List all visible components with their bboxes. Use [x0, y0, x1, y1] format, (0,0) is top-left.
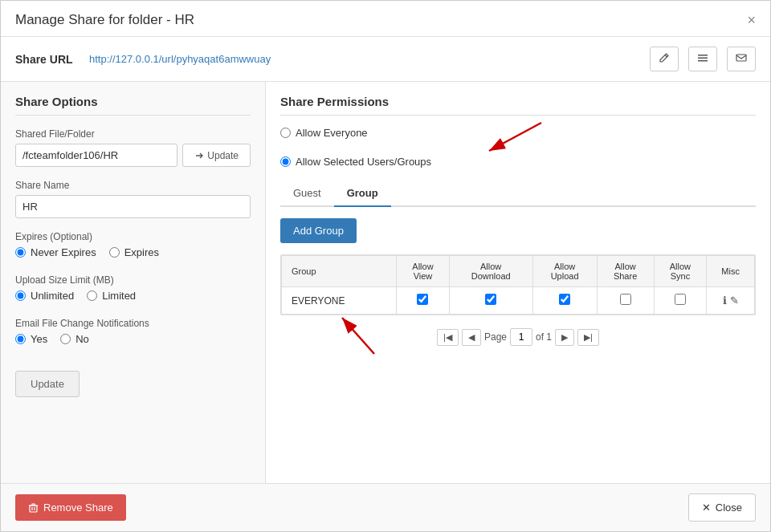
first-page-button[interactable]: |◀: [437, 329, 459, 346]
share-url-bar: Share URL http://127.0.0.1/url/pyhyaqat6…: [1, 37, 770, 82]
pagination: |◀ ◀ Page of 1 ▶ ▶|: [280, 328, 756, 346]
upload-size-label: Upload Size Limit (MB): [15, 274, 251, 286]
share-permissions-title: Share Permissions: [280, 95, 756, 116]
group-name-cell: EVERYONE: [282, 287, 397, 315]
share-name-input[interactable]: [15, 195, 251, 218]
shared-file-folder-input[interactable]: [15, 144, 177, 167]
col-allow-share: AllowShare: [597, 256, 654, 287]
svg-rect-2: [698, 60, 708, 62]
permissions-table: Group AllowView AllowDownload AllowUploa…: [281, 255, 755, 315]
last-page-button[interactable]: ▶|: [577, 329, 599, 346]
shared-file-folder-group: Shared File/Folder Update: [15, 128, 251, 167]
col-misc: Misc: [707, 256, 755, 287]
close-modal-button[interactable]: ✕ Close: [688, 493, 756, 522]
never-expires-radio-label[interactable]: Never Expires: [15, 246, 96, 258]
allow-download-checkbox[interactable]: [485, 294, 496, 305]
allow-view-checkbox[interactable]: [417, 294, 428, 305]
email-notify-group: Email File Change Notifications Yes No: [15, 318, 251, 348]
share-options-title: Share Options: [15, 95, 251, 116]
expires-label2: Expires: [124, 246, 159, 258]
no-radio[interactable]: [60, 334, 71, 344]
allow-view-cell[interactable]: [397, 287, 450, 315]
unlimited-label: Unlimited: [31, 290, 74, 302]
of-label: of 1: [536, 331, 552, 343]
expires-label: Expires (Optional): [15, 231, 251, 242]
col-allow-sync: AllowSync: [654, 256, 707, 287]
table-row: EVERYONE: [282, 287, 755, 315]
allow-share-cell[interactable]: [597, 287, 654, 315]
svg-rect-3: [736, 55, 746, 61]
modal-footer: Remove Share ✕ Close: [1, 483, 770, 531]
manage-share-modal: Manage Share for folder - HR × Share URL…: [0, 0, 771, 532]
col-group: Group: [282, 256, 397, 287]
unlimited-radio[interactable]: [15, 290, 26, 301]
allow-sync-checkbox[interactable]: [675, 294, 686, 305]
svg-rect-0: [698, 55, 708, 56]
permissions-tabs: Guest Group: [280, 181, 756, 207]
allow-upload-cell[interactable]: [532, 287, 597, 315]
left-update-button[interactable]: Update: [15, 371, 80, 397]
unlimited-radio-label[interactable]: Unlimited: [15, 290, 74, 302]
email-url-button[interactable]: [727, 47, 756, 71]
allow-share-checkbox[interactable]: [620, 294, 631, 305]
left-panel: Share Options Shared File/Folder Update …: [1, 82, 266, 483]
yes-radio-label[interactable]: Yes: [15, 333, 47, 345]
allow-everyone-radio-label[interactable]: Allow Everyone: [280, 127, 431, 139]
no-label: No: [75, 333, 89, 345]
remove-share-button[interactable]: Remove Share: [15, 494, 126, 521]
permissions-table-wrapper: Group AllowView AllowDownload AllowUploa…: [280, 254, 756, 315]
red-arrow-1: [465, 119, 545, 163]
no-radio-label[interactable]: No: [60, 333, 89, 345]
prev-page-button[interactable]: ◀: [462, 329, 481, 346]
modal-body: Share Options Shared File/Folder Update …: [1, 82, 770, 483]
modal-close-button[interactable]: ×: [747, 13, 756, 27]
trash-icon: [28, 502, 39, 513]
col-allow-view: AllowView: [397, 256, 450, 287]
yes-radio[interactable]: [15, 334, 26, 344]
share-name-label: Share Name: [15, 180, 251, 191]
svg-rect-6: [30, 506, 37, 512]
permissions-radio-group: Allow Everyone Allow Selected Users/Grou…: [280, 127, 756, 171]
limited-label: Limited: [102, 290, 136, 302]
add-group-button[interactable]: Add Group: [280, 218, 357, 243]
misc-info-button[interactable]: ℹ: [723, 294, 727, 307]
allow-upload-checkbox[interactable]: [559, 294, 570, 305]
never-expires-label: Never Expires: [31, 246, 96, 258]
misc-cell: ℹ ✎: [707, 287, 755, 315]
allow-sync-cell[interactable]: [654, 287, 707, 315]
edit-url-button[interactable]: [650, 47, 679, 71]
modal-header: Manage Share for folder - HR ×: [1, 1, 770, 37]
tab-guest[interactable]: Guest: [280, 181, 334, 207]
tab-group[interactable]: Group: [334, 181, 391, 207]
limited-radio-label[interactable]: Limited: [87, 290, 136, 302]
expires-group: Expires (Optional) Never Expires Expires: [15, 231, 251, 262]
list-url-button[interactable]: [688, 47, 717, 71]
shared-file-update-button[interactable]: Update: [182, 144, 251, 167]
upload-size-group: Upload Size Limit (MB) Unlimited Limited: [15, 274, 251, 305]
col-allow-upload: AllowUpload: [532, 256, 597, 287]
svg-rect-1: [698, 58, 708, 59]
yes-label: Yes: [31, 333, 47, 345]
page-input[interactable]: [510, 328, 532, 346]
limited-radio[interactable]: [87, 290, 97, 301]
modal-title: Manage Share for folder - HR: [15, 12, 194, 28]
misc-edit-button[interactable]: ✎: [730, 294, 739, 307]
share-url-link[interactable]: http://127.0.0.1/url/pyhyaqat6amwwuay: [89, 53, 640, 65]
email-notify-label: Email File Change Notifications: [15, 318, 251, 329]
shared-file-folder-label: Shared File/Folder: [15, 128, 251, 140]
next-page-button[interactable]: ▶: [555, 329, 574, 346]
never-expires-radio[interactable]: [15, 247, 26, 258]
allow-selected-label: Allow Selected Users/Groups: [296, 156, 431, 168]
col-allow-download: AllowDownload: [449, 256, 532, 287]
right-panel: Share Permissions Allow Everyone Allow S…: [266, 82, 770, 483]
allow-download-cell[interactable]: [449, 287, 532, 315]
allow-selected-radio[interactable]: [280, 156, 291, 167]
expires-radio[interactable]: [109, 247, 120, 258]
share-url-label: Share URL: [15, 53, 80, 66]
expires-radio-label[interactable]: Expires: [109, 246, 159, 258]
allow-selected-radio-label[interactable]: Allow Selected Users/Groups: [280, 156, 431, 168]
allow-everyone-radio[interactable]: [280, 128, 291, 138]
close-label: Close: [716, 502, 742, 514]
share-name-group: Share Name: [15, 180, 251, 218]
allow-everyone-label: Allow Everyone: [296, 127, 368, 139]
